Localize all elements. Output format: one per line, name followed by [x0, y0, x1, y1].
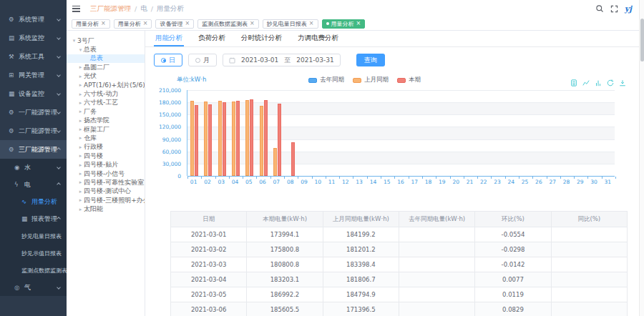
- tree-item[interactable]: ▸APT(1/6)+划片(5/6): [67, 81, 145, 89]
- sidebar-item[interactable]: ◎气: [0, 279, 67, 296]
- period-day-radio[interactable]: 日: [154, 54, 182, 66]
- close-icon[interactable]: ×: [143, 21, 148, 26]
- tab-chip[interactable]: 抄见电量日报表×: [263, 19, 318, 29]
- sidebar-item[interactable]: ∿用量分析: [0, 193, 67, 210]
- tree-item[interactable]: ▸四号楼: [67, 152, 145, 160]
- header-actions: yj: [595, 4, 632, 14]
- download-icon[interactable]: [619, 76, 626, 89]
- table-row[interactable]: 2021-03-03180800.8183398.4-0.0142: [171, 257, 628, 272]
- tree-item[interactable]: ▸扬杰学院: [67, 117, 145, 125]
- line-chart-icon[interactable]: [582, 76, 590, 89]
- close-icon[interactable]: ×: [356, 21, 361, 26]
- query-button[interactable]: 查询: [356, 54, 385, 66]
- analysis-tab[interactable]: 力调电费分析: [296, 34, 340, 46]
- tree-item[interactable]: ▸六寸线-动力: [67, 89, 145, 98]
- table-cell: 185605.5: [247, 302, 323, 316]
- bar-chart-icon[interactable]: [595, 76, 602, 89]
- column-header: 日期: [171, 212, 247, 227]
- close-icon[interactable]: ×: [185, 21, 190, 26]
- x-axis-tick-label: 09: [301, 179, 308, 185]
- table-row[interactable]: 2021-03-04183203.1181806.70.0077: [171, 272, 628, 287]
- tab-chip[interactable]: 监测点数据监测表×: [197, 19, 259, 29]
- bar-本期: [250, 99, 253, 176]
- breadcrumb-item[interactable]: 电: [140, 4, 147, 14]
- legend-item[interactable]: 上月同期: [353, 76, 389, 84]
- sidebar-item[interactable]: ⚙一厂能源管理: [0, 103, 67, 122]
- date-to-separator: 至: [284, 56, 291, 65]
- analysis-tab[interactable]: 分时统计分析: [240, 34, 283, 46]
- tree-item[interactable]: ▸行政楼: [67, 143, 145, 152]
- breadcrumb-item[interactable]: 用量分析: [157, 4, 184, 14]
- column-header: 去年同期电量(kW·h): [399, 212, 474, 227]
- sidebar-item[interactable]: 监测点数据监测表: [0, 262, 67, 279]
- tab-chip[interactable]: 用量分析×: [322, 19, 366, 29]
- tree-item[interactable]: 总表: [67, 54, 145, 63]
- legend-label: 本期: [409, 76, 421, 84]
- sidebar-item[interactable]: ⚙二厂能源管理: [0, 122, 67, 140]
- table-row[interactable]: 2021-03-02175800.8181201.2-0.0298: [171, 242, 628, 257]
- legend-item[interactable]: 去年同期: [308, 76, 344, 84]
- analysis-tab[interactable]: 用能分析: [154, 34, 184, 46]
- date-range-picker[interactable]: 2021-03-01 至 2021-03-31: [223, 54, 341, 66]
- tree-item[interactable]: ▸框架工厂: [67, 125, 145, 134]
- tree-item-label: 四号楼-小信号: [84, 169, 125, 179]
- sidebar-item-label: 系统监控: [19, 34, 44, 43]
- tree-item[interactable]: ▸四号楼-三楼照明+办公区: [67, 196, 145, 204]
- close-icon[interactable]: ×: [250, 21, 255, 26]
- tab-chip[interactable]: 用量分析×: [72, 19, 110, 29]
- bar-本期: [236, 101, 240, 176]
- table-cell: 2021-03-06: [171, 302, 247, 316]
- breadcrumb-item[interactable]: 三厂能源管理: [90, 4, 131, 14]
- tree-item[interactable]: ▸仓库: [67, 134, 145, 142]
- sidebar-item[interactable]: ▤系统监控: [0, 29, 67, 47]
- tree-item[interactable]: ▸太阳能: [67, 204, 145, 213]
- sidebar-item[interactable]: ⊞网关管理: [0, 66, 67, 84]
- y-axis-tick-label: 210,000: [159, 87, 181, 94]
- tree-item[interactable]: ▸六寸线-工艺: [67, 99, 145, 107]
- tree-item[interactable]: ▸四号楼-可靠性实验室: [67, 178, 145, 187]
- y-axis-tick-label: 60,000: [162, 148, 181, 154]
- sidebar-item[interactable]: ▦报表管理: [0, 210, 67, 227]
- sidebar-item[interactable]: ϟ电: [0, 176, 67, 193]
- close-icon[interactable]: ×: [101, 21, 106, 26]
- tree-item[interactable]: ▸厂务: [67, 107, 145, 116]
- hamburger-icon[interactable]: [72, 6, 80, 12]
- close-icon[interactable]: ×: [309, 21, 314, 26]
- sidebar-item[interactable]: 抄见电量日报表: [0, 227, 67, 245]
- sidebar-item[interactable]: ⚙系统管理: [0, 10, 67, 29]
- x-axis-tick-label: 26: [535, 179, 542, 185]
- tree-item[interactable]: ▸晶圆二厂: [67, 63, 145, 71]
- tree-item[interactable]: ▸四号楼-小信号: [67, 169, 145, 178]
- sidebar-item[interactable]: ⚒系统工具: [0, 47, 67, 66]
- fullscreen-icon[interactable]: [610, 5, 618, 13]
- table-row[interactable]: 2021-03-06185605.5171396.50.0829: [171, 302, 628, 316]
- tab-chip[interactable]: 用量分析×: [114, 19, 152, 29]
- sidebar-item[interactable]: 抄见示值日报表: [0, 245, 67, 262]
- search-icon[interactable]: [595, 4, 604, 13]
- tree-item[interactable]: ▾总表: [67, 45, 145, 54]
- tree-item-label: 太阳能: [84, 204, 103, 214]
- y-axis-tick-label: 90,000: [162, 136, 181, 142]
- data-view-icon[interactable]: [570, 76, 577, 89]
- legend-item[interactable]: 本期: [397, 76, 421, 84]
- tree-item[interactable]: ▸四号楼-贴片: [67, 160, 145, 169]
- tab-chip[interactable]: 设备管理×: [155, 19, 194, 29]
- legend-swatch: [353, 78, 361, 83]
- sidebar-item[interactable]: ◉水: [0, 159, 67, 176]
- radio-dot-icon: [195, 58, 200, 63]
- tree-item[interactable]: ▾3号厂: [67, 36, 145, 45]
- y-axis-unit-label: 单位:kW·h: [177, 76, 206, 84]
- sidebar-item[interactable]: ⚙三厂能源管理: [0, 140, 67, 159]
- sidebar-item[interactable]: ▦设备监控: [0, 84, 67, 103]
- scrollbar-thumb[interactable]: [640, 19, 644, 61]
- tab-chip-label: 监测点数据监测表: [202, 20, 248, 28]
- x-axis-tick-label: 11: [328, 179, 336, 185]
- restore-icon[interactable]: [607, 76, 614, 89]
- tree-item[interactable]: ▸四号楼-测试中心: [67, 187, 145, 196]
- period-month-radio[interactable]: 月: [188, 54, 217, 66]
- table-row[interactable]: 2021-03-05186992.2184794.90.0119: [171, 287, 628, 302]
- monitor-icon: ▤: [9, 34, 16, 41]
- table-row[interactable]: 2021-03-01173994.1184199.2-0.0554: [171, 227, 628, 242]
- tree-item[interactable]: ▸光伏: [67, 72, 145, 81]
- analysis-tab[interactable]: 负荷分析: [197, 34, 227, 46]
